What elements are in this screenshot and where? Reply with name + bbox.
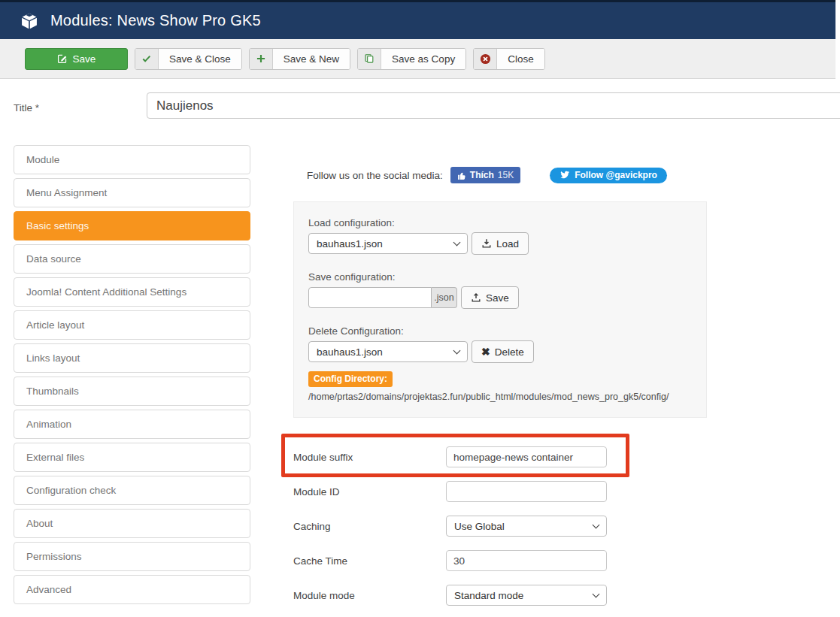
json-suffix-addon: .json (432, 287, 457, 308)
sidebar-item-menu-assignment[interactable]: Menu Assignment (14, 178, 250, 207)
load-button[interactable]: Load (472, 232, 529, 255)
chevron-down-icon (453, 238, 461, 246)
save-close-button[interactable]: Save & Close (135, 48, 242, 70)
basic-settings-form: Module suffix Module ID Caching Use Glob… (293, 446, 812, 617)
caching-select[interactable]: Use Global (446, 516, 607, 537)
cache-time-label: Cache Time (293, 555, 446, 567)
sidebar-item-about[interactable]: About (14, 509, 250, 538)
toolbar: Save Save & Close Save & New Save as Cop… (0, 39, 840, 79)
thumb-up-icon (457, 171, 466, 180)
social-label: Follow us on the social media: (307, 170, 443, 181)
save-button[interactable]: Save (25, 48, 128, 70)
title-row: Title * (0, 96, 840, 126)
cache-time-input[interactable] (446, 550, 607, 571)
plus-icon (256, 53, 266, 64)
sidebar-item-joomla-content-additional-settings[interactable]: Joomla! Content Additional Settings (14, 277, 250, 307)
facebook-like-count: 15K (498, 170, 514, 180)
save-configuration-label: Save configuration: (308, 271, 706, 283)
page-title: Modules: News Show Pro GK5 (50, 12, 261, 29)
caching-label: Caching (293, 521, 446, 532)
scrollbar-gutter (835, 0, 840, 79)
check-icon (141, 53, 152, 64)
module-mode-label: Module mode (293, 590, 446, 601)
configuration-panel: Load configuration: bauhaus1.json (293, 201, 707, 418)
module-id-input[interactable] (446, 481, 607, 502)
sidebar-item-module[interactable]: Module (14, 145, 250, 174)
delete-button[interactable]: ✖ Delete (472, 340, 534, 363)
twitter-follow-label: Follow @gavickpro (575, 170, 657, 180)
module-id-row: Module ID (293, 481, 607, 502)
social-row: Follow us on the social media: Thích 15K… (293, 165, 812, 185)
sidebar-item-external-files[interactable]: External files (14, 443, 250, 472)
sidebar-item-configuration-check[interactable]: Configuration check (14, 476, 250, 505)
module-suffix-input[interactable] (446, 446, 607, 467)
chevron-down-icon (593, 521, 600, 528)
module-mode-select[interactable]: Standard mode (446, 585, 607, 606)
save-configuration-button[interactable]: Save (461, 286, 519, 309)
close-button[interactable]: Close (473, 48, 545, 70)
module-id-label: Module ID (293, 486, 446, 498)
delete-configuration-label: Delete Configuration: (308, 325, 706, 337)
config-directory-path: /home/prtas2/domains/projektas2.fun/publ… (308, 392, 706, 402)
twitter-follow-button[interactable]: Follow @gavickpro (550, 168, 667, 183)
sidebar-item-data-source[interactable]: Data source (14, 244, 250, 274)
edit-icon (57, 53, 68, 64)
settings-tab-list: Module Menu Assignment Basic settings Da… (14, 145, 250, 617)
module-mode-row: Module mode Standard mode (293, 585, 607, 606)
download-icon (481, 238, 492, 249)
sidebar-item-advanced[interactable]: Advanced (14, 575, 250, 604)
twitter-bird-icon (559, 171, 570, 180)
module-suffix-row: Module suffix (293, 446, 607, 467)
module-cube-icon (20, 11, 39, 31)
close-circle-icon (480, 53, 491, 65)
sidebar-item-permissions[interactable]: Permissions (14, 542, 250, 571)
load-configuration-label: Load configuration: (308, 217, 706, 228)
app-header: Modules: News Show Pro GK5 (0, 2, 840, 39)
x-icon: ✖ (481, 346, 490, 357)
caching-row: Caching Use Global (293, 516, 607, 537)
chevron-down-icon (453, 346, 461, 354)
facebook-like-button[interactable]: Thích 15K (450, 167, 520, 183)
facebook-like-label: Thích (470, 170, 494, 180)
title-input[interactable] (147, 92, 840, 119)
sidebar-item-basic-settings[interactable]: Basic settings (14, 211, 250, 240)
module-suffix-label: Module suffix (293, 452, 446, 463)
upload-icon (471, 292, 481, 303)
title-label: Title * (14, 102, 39, 113)
sidebar-item-links-layout[interactable]: Links layout (14, 343, 250, 373)
save-configuration-group: Save configuration: .json Save (308, 271, 706, 309)
copy-icon (364, 53, 375, 64)
delete-configuration-group: Delete Configuration: bauhaus1.json ✖ De… (308, 325, 706, 402)
save-new-button[interactable]: Save & New (249, 48, 350, 70)
chevron-down-icon (593, 590, 600, 597)
load-configuration-group: Load configuration: bauhaus1.json (308, 217, 706, 255)
cache-time-row: Cache Time (293, 550, 607, 571)
save-configuration-input[interactable] (308, 287, 432, 308)
sidebar-item-article-layout[interactable]: Article layout (14, 310, 250, 340)
sidebar-item-thumbnails[interactable]: Thumbnails (14, 377, 250, 406)
sidebar-item-animation[interactable]: Animation (14, 410, 250, 439)
delete-configuration-select[interactable]: bauhaus1.json (308, 341, 468, 362)
config-directory-badge: Config Directory: (308, 371, 393, 387)
load-configuration-select[interactable]: bauhaus1.json (308, 233, 468, 254)
save-copy-button[interactable]: Save as Copy (357, 48, 466, 70)
